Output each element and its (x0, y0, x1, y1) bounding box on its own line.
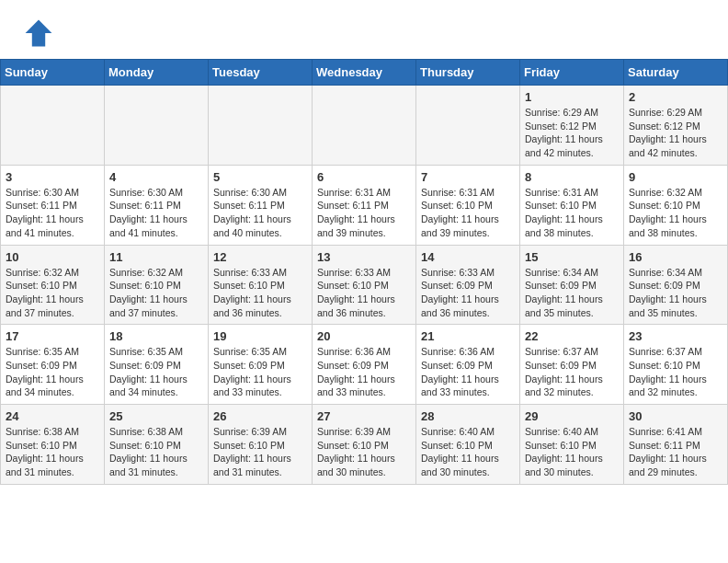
day-info: Sunrise: 6:37 AM Sunset: 6:09 PM Dayligh… (525, 345, 619, 399)
calendar-cell (105, 86, 209, 166)
calendar-cell: 15Sunrise: 6:34 AM Sunset: 6:09 PM Dayli… (520, 245, 624, 325)
calendar-cell (1, 86, 105, 166)
calendar-cell: 9Sunrise: 6:32 AM Sunset: 6:10 PM Daylig… (624, 165, 728, 245)
day-number: 11 (109, 250, 203, 264)
day-info: Sunrise: 6:34 AM Sunset: 6:09 PM Dayligh… (629, 266, 722, 320)
day-number: 6 (317, 170, 411, 184)
day-number: 28 (421, 409, 515, 423)
calendar-cell: 29Sunrise: 6:40 AM Sunset: 6:10 PM Dayli… (520, 405, 624, 485)
day-info: Sunrise: 6:40 AM Sunset: 6:10 PM Dayligh… (525, 425, 619, 479)
calendar-cell: 16Sunrise: 6:34 AM Sunset: 6:09 PM Dayli… (624, 245, 728, 325)
weekday-header-wednesday: Wednesday (313, 60, 416, 86)
calendar-body: 1Sunrise: 6:29 AM Sunset: 6:12 PM Daylig… (1, 86, 728, 485)
calendar-cell (209, 86, 313, 166)
day-info: Sunrise: 6:36 AM Sunset: 6:09 PM Dayligh… (317, 345, 411, 399)
calendar-cell: 25Sunrise: 6:38 AM Sunset: 6:10 PM Dayli… (105, 405, 209, 485)
day-info: Sunrise: 6:31 AM Sunset: 6:11 PM Dayligh… (317, 186, 411, 240)
day-number: 26 (213, 409, 307, 423)
calendar-week-row: 24Sunrise: 6:38 AM Sunset: 6:10 PM Dayli… (1, 405, 728, 485)
calendar-week-row: 17Sunrise: 6:35 AM Sunset: 6:09 PM Dayli… (1, 325, 728, 405)
day-number: 29 (525, 409, 619, 423)
calendar-cell: 12Sunrise: 6:33 AM Sunset: 6:10 PM Dayli… (209, 245, 313, 325)
calendar-cell: 26Sunrise: 6:39 AM Sunset: 6:10 PM Dayli… (209, 405, 313, 485)
day-number: 17 (6, 329, 99, 343)
logo-icon (22, 17, 55, 50)
calendar-table: SundayMondayTuesdayWednesdayThursdayFrid… (0, 59, 728, 485)
day-number: 4 (109, 170, 203, 184)
logo (22, 17, 59, 50)
day-info: Sunrise: 6:32 AM Sunset: 6:10 PM Dayligh… (6, 266, 99, 320)
day-info: Sunrise: 6:32 AM Sunset: 6:10 PM Dayligh… (629, 186, 722, 240)
day-info: Sunrise: 6:35 AM Sunset: 6:09 PM Dayligh… (213, 345, 307, 399)
day-number: 7 (421, 170, 515, 184)
day-info: Sunrise: 6:37 AM Sunset: 6:10 PM Dayligh… (629, 345, 722, 399)
day-info: Sunrise: 6:35 AM Sunset: 6:09 PM Dayligh… (109, 345, 203, 399)
day-info: Sunrise: 6:29 AM Sunset: 6:12 PM Dayligh… (525, 106, 619, 160)
weekday-header-sunday: Sunday (1, 60, 105, 86)
day-number: 2 (629, 90, 722, 104)
day-number: 24 (6, 409, 99, 423)
day-number: 8 (525, 170, 619, 184)
calendar-header: SundayMondayTuesdayWednesdayThursdayFrid… (1, 60, 728, 86)
calendar-week-row: 10Sunrise: 6:32 AM Sunset: 6:10 PM Dayli… (1, 245, 728, 325)
calendar-week-row: 3Sunrise: 6:30 AM Sunset: 6:11 PM Daylig… (1, 165, 728, 245)
calendar-cell: 27Sunrise: 6:39 AM Sunset: 6:10 PM Dayli… (313, 405, 416, 485)
weekday-header-monday: Monday (105, 60, 209, 86)
calendar-cell: 28Sunrise: 6:40 AM Sunset: 6:10 PM Dayli… (416, 405, 520, 485)
day-number: 9 (629, 170, 722, 184)
calendar-cell: 2Sunrise: 6:29 AM Sunset: 6:12 PM Daylig… (624, 86, 728, 166)
day-info: Sunrise: 6:39 AM Sunset: 6:10 PM Dayligh… (317, 425, 411, 479)
calendar-cell: 20Sunrise: 6:36 AM Sunset: 6:09 PM Dayli… (313, 325, 416, 405)
day-number: 5 (213, 170, 307, 184)
day-number: 27 (317, 409, 411, 423)
calendar-cell: 18Sunrise: 6:35 AM Sunset: 6:09 PM Dayli… (105, 325, 209, 405)
day-number: 30 (629, 409, 722, 423)
page-header (0, 0, 728, 59)
day-info: Sunrise: 6:35 AM Sunset: 6:09 PM Dayligh… (6, 345, 99, 399)
day-number: 19 (213, 329, 307, 343)
day-info: Sunrise: 6:36 AM Sunset: 6:09 PM Dayligh… (421, 345, 515, 399)
calendar-cell: 23Sunrise: 6:37 AM Sunset: 6:10 PM Dayli… (624, 325, 728, 405)
calendar-cell: 22Sunrise: 6:37 AM Sunset: 6:09 PM Dayli… (520, 325, 624, 405)
weekday-header-friday: Friday (520, 60, 624, 86)
day-info: Sunrise: 6:30 AM Sunset: 6:11 PM Dayligh… (109, 186, 203, 240)
day-info: Sunrise: 6:40 AM Sunset: 6:10 PM Dayligh… (421, 425, 515, 479)
day-number: 1 (525, 90, 619, 104)
calendar-cell: 19Sunrise: 6:35 AM Sunset: 6:09 PM Dayli… (209, 325, 313, 405)
day-number: 18 (109, 329, 203, 343)
calendar-cell: 6Sunrise: 6:31 AM Sunset: 6:11 PM Daylig… (313, 165, 416, 245)
day-info: Sunrise: 6:38 AM Sunset: 6:10 PM Dayligh… (6, 425, 99, 479)
day-info: Sunrise: 6:33 AM Sunset: 6:09 PM Dayligh… (421, 266, 515, 320)
weekday-header-row: SundayMondayTuesdayWednesdayThursdayFrid… (1, 60, 728, 86)
day-number: 20 (317, 329, 411, 343)
day-number: 12 (213, 250, 307, 264)
calendar-cell: 17Sunrise: 6:35 AM Sunset: 6:09 PM Dayli… (1, 325, 105, 405)
day-info: Sunrise: 6:41 AM Sunset: 6:11 PM Dayligh… (629, 425, 722, 479)
day-info: Sunrise: 6:31 AM Sunset: 6:10 PM Dayligh… (525, 186, 619, 240)
calendar-cell: 11Sunrise: 6:32 AM Sunset: 6:10 PM Dayli… (105, 245, 209, 325)
calendar-cell: 4Sunrise: 6:30 AM Sunset: 6:11 PM Daylig… (105, 165, 209, 245)
calendar-cell: 8Sunrise: 6:31 AM Sunset: 6:10 PM Daylig… (520, 165, 624, 245)
day-info: Sunrise: 6:30 AM Sunset: 6:11 PM Dayligh… (213, 186, 307, 240)
day-info: Sunrise: 6:30 AM Sunset: 6:11 PM Dayligh… (6, 186, 99, 240)
day-number: 10 (6, 250, 99, 264)
calendar-cell (416, 86, 520, 166)
day-info: Sunrise: 6:33 AM Sunset: 6:10 PM Dayligh… (317, 266, 411, 320)
calendar-cell (313, 86, 416, 166)
calendar-cell: 3Sunrise: 6:30 AM Sunset: 6:11 PM Daylig… (1, 165, 105, 245)
day-info: Sunrise: 6:29 AM Sunset: 6:12 PM Dayligh… (629, 106, 722, 160)
day-info: Sunrise: 6:34 AM Sunset: 6:09 PM Dayligh… (525, 266, 619, 320)
weekday-header-thursday: Thursday (416, 60, 520, 86)
day-info: Sunrise: 6:39 AM Sunset: 6:10 PM Dayligh… (213, 425, 307, 479)
day-number: 25 (109, 409, 203, 423)
day-info: Sunrise: 6:31 AM Sunset: 6:10 PM Dayligh… (421, 186, 515, 240)
weekday-header-saturday: Saturday (624, 60, 728, 86)
calendar-cell: 1Sunrise: 6:29 AM Sunset: 6:12 PM Daylig… (520, 86, 624, 166)
day-number: 15 (525, 250, 619, 264)
calendar-cell: 14Sunrise: 6:33 AM Sunset: 6:09 PM Dayli… (416, 245, 520, 325)
svg-marker-0 (26, 20, 52, 47)
calendar-week-row: 1Sunrise: 6:29 AM Sunset: 6:12 PM Daylig… (1, 86, 728, 166)
day-number: 14 (421, 250, 515, 264)
calendar-cell: 5Sunrise: 6:30 AM Sunset: 6:11 PM Daylig… (209, 165, 313, 245)
calendar-cell: 24Sunrise: 6:38 AM Sunset: 6:10 PM Dayli… (1, 405, 105, 485)
